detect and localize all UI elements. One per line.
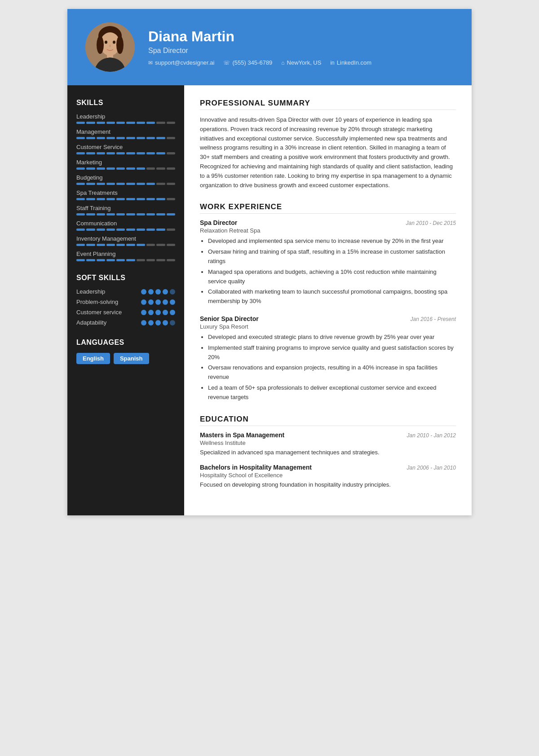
skill-segment [137, 183, 145, 185]
soft-skill-name: Leadership [76, 288, 105, 295]
skill-segment [137, 167, 145, 170]
skill-segment [76, 167, 85, 170]
skill-segment [156, 152, 165, 154]
soft-skill-dots [141, 310, 175, 315]
skill-segment [116, 244, 125, 246]
skill-segment [126, 137, 135, 139]
skill-segment [116, 122, 125, 124]
skill-bar [76, 183, 175, 185]
skill-segment [76, 137, 85, 139]
job-bullet: Developed and implemented spa service me… [208, 237, 456, 246]
education-item: Bachelors in Hospitality ManagementJan 2… [200, 464, 456, 489]
skill-item: Customer Service [76, 144, 175, 154]
skill-segment [146, 229, 155, 231]
soft-skill-name: Customer service [76, 309, 122, 316]
svg-point-4 [97, 36, 104, 54]
skill-segment [126, 259, 135, 261]
soft-skill-dot [148, 289, 154, 294]
skill-segment [97, 198, 105, 200]
skill-segment [126, 183, 135, 185]
skill-item: Event Planning [76, 251, 175, 261]
soft-skill-dot [163, 289, 168, 294]
skill-segment [167, 259, 175, 261]
skill-segment [116, 259, 125, 261]
skill-name: Spa Treatments [76, 189, 175, 196]
skill-segment [126, 198, 135, 200]
soft-skill-dot [155, 320, 161, 325]
skill-segment [106, 137, 115, 139]
skill-name: Budgeting [76, 174, 175, 181]
skill-item: Management [76, 128, 175, 139]
skill-segment [116, 198, 125, 200]
skill-segment [167, 122, 175, 124]
soft-skill-dots [141, 289, 175, 294]
skill-name: Marketing [76, 159, 175, 166]
skill-segment [86, 152, 95, 154]
skill-segment [156, 183, 165, 185]
skill-segment [137, 137, 145, 139]
skill-item: Budgeting [76, 174, 175, 185]
skill-segment [167, 198, 175, 200]
skill-segment [156, 259, 165, 261]
skill-name: Customer Service [76, 144, 175, 150]
soft-skill-item: Customer service [76, 309, 175, 316]
body-section: SKILLS LeadershipManagementCustomer Serv… [67, 85, 472, 515]
skill-name: Staff Training [76, 205, 175, 211]
skill-segment [76, 229, 85, 231]
header-info: Diana Martin Spa Director ✉ support@cvde… [148, 28, 454, 66]
skill-segment [126, 122, 135, 124]
job-company: Luxury Spa Resort [200, 323, 456, 330]
soft-skill-dot [155, 299, 161, 305]
skill-segment [126, 229, 135, 231]
job-title: Spa Director [200, 219, 237, 226]
skill-segment [146, 198, 155, 200]
skill-segment [146, 152, 155, 154]
skill-name: Communication [76, 220, 175, 227]
experience-section: WORK EXPERIENCE Spa DirectorJan 2010 - D… [200, 202, 456, 402]
skill-segment [97, 229, 105, 231]
skill-segment [156, 122, 165, 124]
skill-segment [156, 229, 165, 231]
contact-email: ✉ support@cvdesigner.ai [148, 59, 214, 66]
avatar [85, 22, 135, 72]
skill-segment [116, 229, 125, 231]
skill-segment [86, 213, 95, 215]
soft-skill-dot [155, 310, 161, 315]
skill-segment [106, 229, 115, 231]
location-icon: ⌂ [281, 60, 284, 66]
skill-segment [76, 259, 85, 261]
soft-skill-dot [163, 310, 168, 315]
skill-bar [76, 122, 175, 124]
skill-segment [76, 213, 85, 215]
skill-segment [156, 198, 165, 200]
skill-segment [167, 229, 175, 231]
skill-segment [97, 244, 105, 246]
skill-segment [97, 137, 105, 139]
education-degree: Bachelors in Hospitality Management [200, 464, 312, 471]
skill-segment [137, 122, 145, 124]
soft-skill-dot [170, 310, 175, 315]
skill-segment [76, 244, 85, 246]
skill-segment [86, 259, 95, 261]
job-company: Relaxation Retreat Spa [200, 227, 456, 234]
languages-title: LANGUAGES [76, 338, 175, 347]
languages-section: LANGUAGES EnglishSpanish [76, 338, 175, 364]
skill-segment [116, 152, 125, 154]
summary-text: Innovative and results-driven Spa Direct… [200, 115, 456, 190]
soft-skill-name: Problem-solving [76, 299, 118, 305]
skill-item: Marketing [76, 159, 175, 170]
skill-segment [137, 259, 145, 261]
soft-skill-item: Leadership [76, 288, 175, 295]
jobs-list: Spa DirectorJan 2010 - Dec 2015Relaxatio… [200, 219, 456, 402]
skills-list: LeadershipManagementCustomer ServiceMark… [76, 113, 175, 261]
education-header: Masters in Spa ManagementJan 2010 - Jan … [200, 431, 456, 439]
soft-skill-dots [141, 320, 175, 325]
soft-skill-dot [170, 289, 175, 294]
skill-segment [116, 167, 125, 170]
skill-segment [97, 259, 105, 261]
job-dates: Jan 2010 - Dec 2015 [406, 220, 456, 226]
soft-skill-dot [155, 289, 161, 294]
job-header: Senior Spa DirectorJan 2016 - Present [200, 315, 456, 322]
skill-segment [76, 152, 85, 154]
skill-segment [167, 152, 175, 154]
